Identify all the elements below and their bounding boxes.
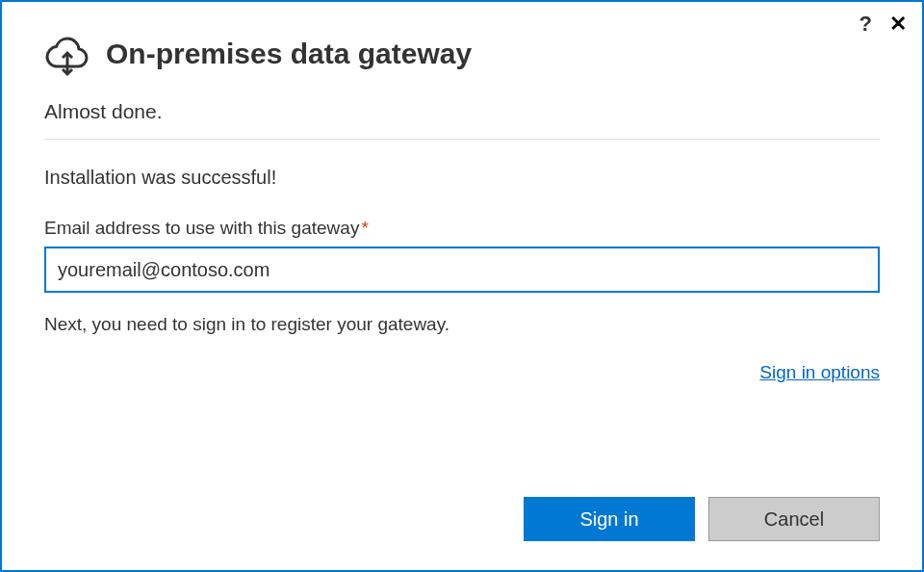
button-row: Sign in Cancel <box>524 497 880 541</box>
divider <box>44 139 880 140</box>
header-row: On-premises data gateway <box>44 31 880 77</box>
cancel-button[interactable]: Cancel <box>708 497 880 541</box>
options-row: Sign in options <box>44 362 880 383</box>
required-mark: * <box>361 218 368 238</box>
gateway-cloud-icon <box>44 31 90 77</box>
next-step-text: Next, you need to sign in to register yo… <box>44 314 880 335</box>
dialog-title: On-premises data gateway <box>106 38 472 70</box>
titlebar-controls: ? ✕ <box>860 12 907 37</box>
dialog-content: On-premises data gateway Almost done. In… <box>2 2 922 383</box>
dialog-subtitle: Almost done. <box>44 100 880 123</box>
email-label-text: Email address to use with this gateway <box>44 218 359 238</box>
email-label: Email address to use with this gateway* <box>44 218 880 239</box>
help-icon[interactable]: ? <box>860 12 872 37</box>
signin-options-link[interactable]: Sign in options <box>759 362 880 382</box>
dialog-window: ? ✕ On-premises data gateway Almost done… <box>0 0 924 572</box>
email-input[interactable] <box>44 247 880 293</box>
success-message: Installation was successful! <box>44 167 880 189</box>
close-icon[interactable]: ✕ <box>889 13 907 35</box>
signin-button[interactable]: Sign in <box>524 497 695 541</box>
